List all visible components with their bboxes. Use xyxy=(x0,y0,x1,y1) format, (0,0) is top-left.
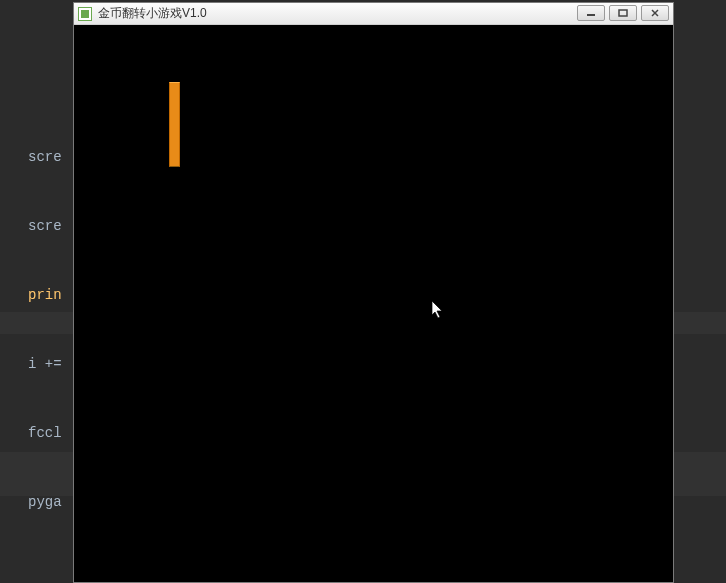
titlebar[interactable]: 金币翻转小游戏V1.0 xyxy=(74,3,673,25)
code-line: fccl xyxy=(0,422,70,445)
code-line: scre xyxy=(0,146,70,169)
svg-line-3 xyxy=(652,10,658,16)
maximize-icon xyxy=(618,9,628,17)
svg-rect-1 xyxy=(619,10,627,16)
minimize-icon xyxy=(586,9,596,17)
mouse-cursor-icon xyxy=(432,301,446,321)
code-line: pyga xyxy=(0,491,70,514)
game-window: 金币翻转小游戏V1.0 xyxy=(73,2,674,583)
maximize-button[interactable] xyxy=(609,5,637,21)
app-icon xyxy=(78,7,92,21)
code-text: i += xyxy=(28,356,62,372)
game-canvas[interactable] xyxy=(74,25,673,582)
window-buttons xyxy=(577,5,669,21)
svg-marker-4 xyxy=(432,301,442,318)
close-button[interactable] xyxy=(641,5,669,21)
code-text: pyga xyxy=(28,494,62,510)
svg-rect-0 xyxy=(587,14,595,16)
code-line: scre xyxy=(0,215,70,238)
code-area: scre scre prin i += fccl pyga __name ini… xyxy=(0,100,70,583)
minimize-button[interactable] xyxy=(577,5,605,21)
code-line: i += xyxy=(0,353,70,376)
code-text: prin xyxy=(28,287,62,303)
code-line: prin xyxy=(0,284,70,307)
window-title: 金币翻转小游戏V1.0 xyxy=(98,5,207,22)
code-line xyxy=(0,560,70,583)
svg-line-2 xyxy=(652,10,658,16)
code-text: fccl xyxy=(28,425,62,441)
close-icon xyxy=(650,9,660,17)
code-text: scre xyxy=(28,149,62,165)
coin-sprite xyxy=(169,82,180,167)
code-text: scre xyxy=(28,218,62,234)
